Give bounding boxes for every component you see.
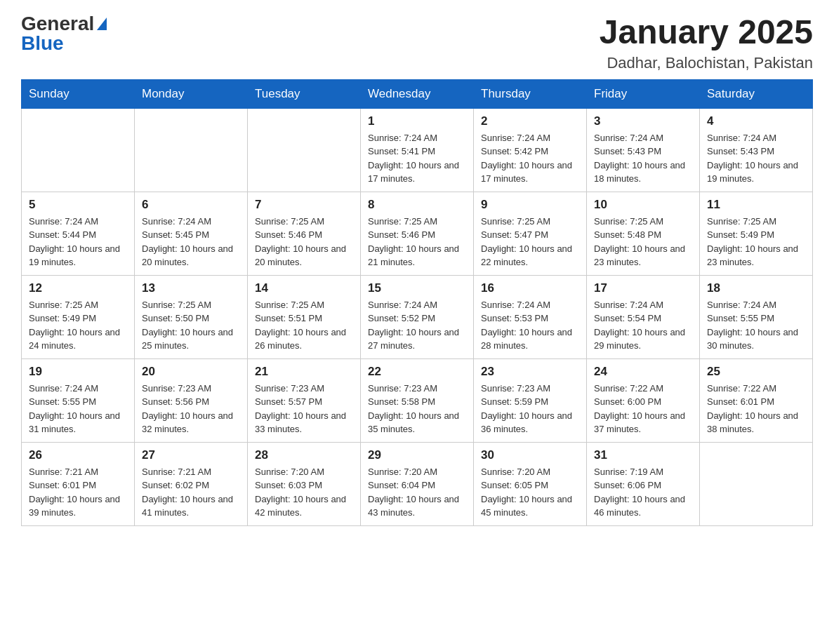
logo-triangle-icon <box>97 18 107 30</box>
header-day-sunday: Sunday <box>22 79 135 108</box>
calendar-cell: 25Sunrise: 7:22 AMSunset: 6:01 PMDayligh… <box>700 358 813 442</box>
header-day-friday: Friday <box>587 79 700 108</box>
month-title: January 2025 <box>600 14 813 51</box>
day-info: Sunrise: 7:20 AMSunset: 6:05 PMDaylight:… <box>481 465 579 520</box>
day-info: Sunrise: 7:23 AMSunset: 5:59 PMDaylight:… <box>481 382 579 436</box>
logo-general-text: General <box>21 14 108 34</box>
day-info: Sunrise: 7:23 AMSunset: 5:58 PMDaylight:… <box>368 382 466 436</box>
calendar-cell: 8Sunrise: 7:25 AMSunset: 5:46 PMDaylight… <box>361 192 474 275</box>
calendar-cell: 19Sunrise: 7:24 AMSunset: 5:55 PMDayligh… <box>22 358 135 442</box>
calendar-cell: 2Sunrise: 7:24 AMSunset: 5:42 PMDaylight… <box>474 108 587 192</box>
location-title: Dadhar, Balochistan, Pakistan <box>600 54 813 72</box>
day-number: 20 <box>142 365 240 379</box>
day-number: 25 <box>707 365 805 379</box>
week-row-4: 19Sunrise: 7:24 AMSunset: 5:55 PMDayligh… <box>22 358 813 442</box>
header-row: SundayMondayTuesdayWednesdayThursdayFrid… <box>22 79 813 108</box>
week-row-5: 26Sunrise: 7:21 AMSunset: 6:01 PMDayligh… <box>22 442 813 525</box>
calendar-cell: 9Sunrise: 7:25 AMSunset: 5:47 PMDaylight… <box>474 192 587 275</box>
day-info: Sunrise: 7:25 AMSunset: 5:46 PMDaylight:… <box>368 215 466 269</box>
calendar-cell <box>248 108 361 192</box>
calendar-body: 1Sunrise: 7:24 AMSunset: 5:41 PMDaylight… <box>22 108 813 525</box>
day-info: Sunrise: 7:25 AMSunset: 5:50 PMDaylight:… <box>142 298 240 353</box>
day-info: Sunrise: 7:21 AMSunset: 6:02 PMDaylight:… <box>142 465 240 520</box>
calendar-cell: 7Sunrise: 7:25 AMSunset: 5:46 PMDaylight… <box>248 192 361 275</box>
calendar-cell: 24Sunrise: 7:22 AMSunset: 6:00 PMDayligh… <box>587 358 700 442</box>
day-number: 4 <box>707 114 805 128</box>
calendar-cell: 31Sunrise: 7:19 AMSunset: 6:06 PMDayligh… <box>587 442 700 525</box>
day-info: Sunrise: 7:25 AMSunset: 5:48 PMDaylight:… <box>594 215 692 269</box>
day-number: 8 <box>368 198 466 212</box>
day-info: Sunrise: 7:24 AMSunset: 5:53 PMDaylight:… <box>481 298 579 353</box>
day-info: Sunrise: 7:25 AMSunset: 5:47 PMDaylight:… <box>481 215 579 269</box>
day-info: Sunrise: 7:21 AMSunset: 6:01 PMDaylight:… <box>29 465 127 520</box>
day-number: 31 <box>594 448 692 462</box>
header-day-tuesday: Tuesday <box>248 79 361 108</box>
calendar-cell: 27Sunrise: 7:21 AMSunset: 6:02 PMDayligh… <box>135 442 248 525</box>
day-info: Sunrise: 7:19 AMSunset: 6:06 PMDaylight:… <box>594 465 692 520</box>
calendar-header: SundayMondayTuesdayWednesdayThursdayFrid… <box>22 79 813 108</box>
calendar-cell: 17Sunrise: 7:24 AMSunset: 5:54 PMDayligh… <box>587 275 700 358</box>
day-number: 30 <box>481 448 579 462</box>
calendar-cell: 29Sunrise: 7:20 AMSunset: 6:04 PMDayligh… <box>361 442 474 525</box>
day-info: Sunrise: 7:24 AMSunset: 5:44 PMDaylight:… <box>29 215 127 269</box>
day-info: Sunrise: 7:24 AMSunset: 5:43 PMDaylight:… <box>594 131 692 186</box>
day-number: 18 <box>707 281 805 295</box>
day-number: 21 <box>255 365 353 379</box>
calendar-cell: 23Sunrise: 7:23 AMSunset: 5:59 PMDayligh… <box>474 358 587 442</box>
day-info: Sunrise: 7:24 AMSunset: 5:42 PMDaylight:… <box>481 131 579 186</box>
day-info: Sunrise: 7:24 AMSunset: 5:52 PMDaylight:… <box>368 298 466 353</box>
calendar-cell: 20Sunrise: 7:23 AMSunset: 5:56 PMDayligh… <box>135 358 248 442</box>
calendar-cell: 11Sunrise: 7:25 AMSunset: 5:49 PMDayligh… <box>700 192 813 275</box>
day-info: Sunrise: 7:22 AMSunset: 6:00 PMDaylight:… <box>594 382 692 436</box>
calendar-cell: 12Sunrise: 7:25 AMSunset: 5:49 PMDayligh… <box>22 275 135 358</box>
calendar-cell: 14Sunrise: 7:25 AMSunset: 5:51 PMDayligh… <box>248 275 361 358</box>
header-day-thursday: Thursday <box>474 79 587 108</box>
calendar-cell: 15Sunrise: 7:24 AMSunset: 5:52 PMDayligh… <box>361 275 474 358</box>
calendar-cell <box>700 442 813 525</box>
calendar-cell: 30Sunrise: 7:20 AMSunset: 6:05 PMDayligh… <box>474 442 587 525</box>
day-number: 28 <box>255 448 353 462</box>
day-info: Sunrise: 7:24 AMSunset: 5:54 PMDaylight:… <box>594 298 692 353</box>
day-number: 1 <box>368 114 466 128</box>
day-number: 14 <box>255 281 353 295</box>
calendar-cell: 16Sunrise: 7:24 AMSunset: 5:53 PMDayligh… <box>474 275 587 358</box>
day-number: 10 <box>594 198 692 212</box>
week-row-1: 1Sunrise: 7:24 AMSunset: 5:41 PMDaylight… <box>22 108 813 192</box>
day-number: 6 <box>142 198 240 212</box>
day-info: Sunrise: 7:23 AMSunset: 5:56 PMDaylight:… <box>142 382 240 436</box>
day-info: Sunrise: 7:24 AMSunset: 5:55 PMDaylight:… <box>707 298 805 353</box>
day-info: Sunrise: 7:25 AMSunset: 5:49 PMDaylight:… <box>707 215 805 269</box>
calendar-cell: 4Sunrise: 7:24 AMSunset: 5:43 PMDaylight… <box>700 108 813 192</box>
day-number: 29 <box>368 448 466 462</box>
day-info: Sunrise: 7:24 AMSunset: 5:45 PMDaylight:… <box>142 215 240 269</box>
day-number: 5 <box>29 198 127 212</box>
calendar-cell: 1Sunrise: 7:24 AMSunset: 5:41 PMDaylight… <box>361 108 474 192</box>
calendar-cell <box>135 108 248 192</box>
day-info: Sunrise: 7:25 AMSunset: 5:46 PMDaylight:… <box>255 215 353 269</box>
day-number: 23 <box>481 365 579 379</box>
calendar-cell: 10Sunrise: 7:25 AMSunset: 5:48 PMDayligh… <box>587 192 700 275</box>
day-info: Sunrise: 7:24 AMSunset: 5:55 PMDaylight:… <box>29 382 127 436</box>
week-row-3: 12Sunrise: 7:25 AMSunset: 5:49 PMDayligh… <box>22 275 813 358</box>
day-number: 11 <box>707 198 805 212</box>
day-number: 16 <box>481 281 579 295</box>
day-number: 12 <box>29 281 127 295</box>
calendar-cell: 5Sunrise: 7:24 AMSunset: 5:44 PMDaylight… <box>22 192 135 275</box>
calendar-table: SundayMondayTuesdayWednesdayThursdayFrid… <box>21 79 813 526</box>
calendar-cell: 28Sunrise: 7:20 AMSunset: 6:03 PMDayligh… <box>248 442 361 525</box>
calendar-cell: 18Sunrise: 7:24 AMSunset: 5:55 PMDayligh… <box>700 275 813 358</box>
day-info: Sunrise: 7:24 AMSunset: 5:43 PMDaylight:… <box>707 131 805 186</box>
calendar-cell: 13Sunrise: 7:25 AMSunset: 5:50 PMDayligh… <box>135 275 248 358</box>
page-header: General Blue January 2025 Dadhar, Baloch… <box>21 14 813 72</box>
day-number: 3 <box>594 114 692 128</box>
week-row-2: 5Sunrise: 7:24 AMSunset: 5:44 PMDaylight… <box>22 192 813 275</box>
calendar-cell: 26Sunrise: 7:21 AMSunset: 6:01 PMDayligh… <box>22 442 135 525</box>
day-info: Sunrise: 7:22 AMSunset: 6:01 PMDaylight:… <box>707 382 805 436</box>
day-number: 15 <box>368 281 466 295</box>
day-number: 22 <box>368 365 466 379</box>
day-number: 13 <box>142 281 240 295</box>
day-number: 17 <box>594 281 692 295</box>
day-info: Sunrise: 7:20 AMSunset: 6:03 PMDaylight:… <box>255 465 353 520</box>
day-info: Sunrise: 7:23 AMSunset: 5:57 PMDaylight:… <box>255 382 353 436</box>
day-number: 19 <box>29 365 127 379</box>
